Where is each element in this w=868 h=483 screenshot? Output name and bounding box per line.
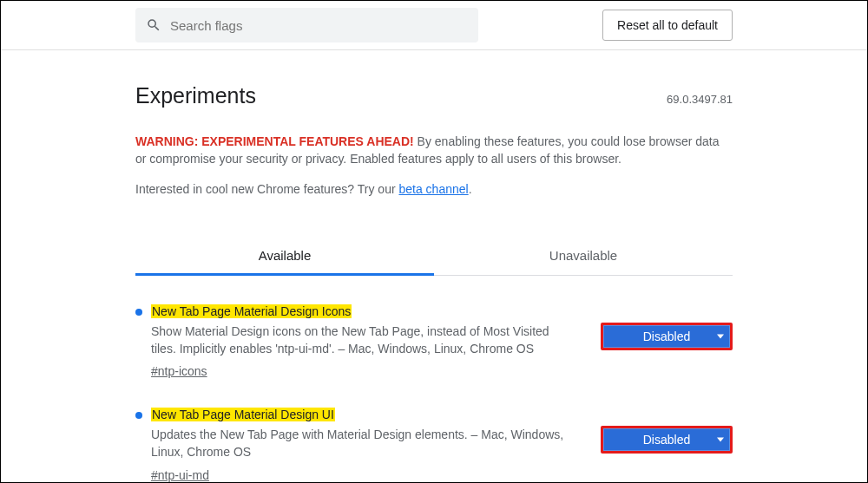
flag-state-select[interactable]: Disabled bbox=[603, 325, 730, 348]
content: Experiments 69.0.3497.81 WARNING: EXPERI… bbox=[1, 83, 867, 483]
interest-prefix: Interested in cool new Chrome features? … bbox=[135, 182, 398, 196]
status-dot-icon bbox=[135, 412, 142, 419]
flag-hash-link[interactable]: #ntp-ui-md bbox=[151, 468, 209, 482]
flag-row: New Tab Page Material Design Icons Show … bbox=[135, 304, 733, 380]
version-label: 69.0.3497.81 bbox=[667, 93, 733, 106]
flag-title: New Tab Page Material Design UI bbox=[151, 408, 335, 421]
page-title: Experiments bbox=[135, 83, 256, 108]
flag-title: New Tab Page Material Design Icons bbox=[151, 304, 352, 318]
flag-hash-link[interactable]: #ntp-icons bbox=[151, 364, 207, 378]
flag-state-value: Disabled bbox=[643, 330, 690, 343]
tabs: Available Unavailable bbox=[135, 238, 733, 276]
flag-description: Updates the New Tab Page with Material D… bbox=[151, 426, 576, 461]
interest-suffix: . bbox=[469, 182, 472, 196]
header-row: Experiments 69.0.3497.81 bbox=[135, 83, 733, 108]
flag-state-value: Disabled bbox=[643, 433, 690, 447]
flag-description: Show Material Design icons on the New Ta… bbox=[151, 323, 576, 358]
flag-state-select[interactable]: Disabled bbox=[603, 428, 730, 451]
flag-row: New Tab Page Material Design UI Updates … bbox=[135, 407, 733, 483]
flag-select-highlight: Disabled bbox=[601, 323, 733, 350]
tab-unavailable[interactable]: Unavailable bbox=[434, 238, 733, 275]
chevron-down-icon bbox=[717, 334, 724, 338]
warning-label: WARNING: EXPERIMENTAL FEATURES AHEAD! bbox=[135, 134, 414, 148]
flag-select-highlight: Disabled bbox=[601, 426, 733, 454]
status-dot-icon bbox=[135, 309, 142, 316]
reset-all-button[interactable]: Reset all to default bbox=[602, 10, 733, 41]
search-box[interactable] bbox=[135, 8, 478, 42]
interest-line: Interested in cool new Chrome features? … bbox=[135, 182, 733, 196]
warning-block: WARNING: EXPERIMENTAL FEATURES AHEAD! By… bbox=[135, 133, 733, 168]
chevron-down-icon bbox=[717, 438, 724, 442]
topbar: Reset all to default bbox=[1, 1, 867, 50]
search-input[interactable] bbox=[170, 18, 468, 33]
tab-available[interactable]: Available bbox=[135, 238, 434, 276]
beta-channel-link[interactable]: beta channel bbox=[398, 182, 468, 196]
search-icon bbox=[146, 17, 161, 33]
